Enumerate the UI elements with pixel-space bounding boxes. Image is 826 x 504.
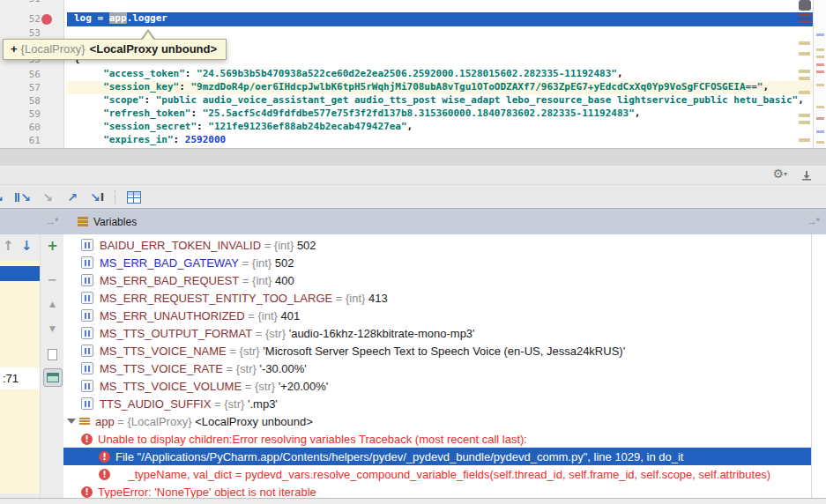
code-line[interactable]: "session_key": "9mzdDoR4p/oer6IHdcpJwlbK…: [67, 81, 813, 94]
error-row[interactable]: ! _typeName, val_dict = pydevd_vars.reso…: [63, 465, 811, 483]
jump-to-source-icon[interactable]: →*: [46, 216, 57, 226]
line-number: 58: [0, 94, 41, 107]
variable-row[interactable]: BAIDU_ERR_TOKEN_INVALID = {int} 502: [63, 236, 811, 254]
variable-value: 502: [275, 256, 294, 270]
variable-value: <LocalProxy unbound>: [195, 415, 313, 428]
step-out-icon[interactable]: ↗: [64, 189, 80, 205]
variable-row[interactable]: TTS_AUDIO_SUFFIX = {str} '.mp3': [63, 395, 811, 412]
tooltip-arrow: [143, 32, 153, 40]
stripe-mark: [816, 84, 824, 86]
stripe-mark: [816, 70, 824, 73]
debug-panel-header: ⚙▾: [0, 166, 826, 184]
breakpoint-icon[interactable]: [41, 14, 52, 25]
variable-row[interactable]: MS_ERR_REQUEST_ENTITY_TOO_LARGE = {int} …: [63, 289, 811, 307]
code-editor[interactable]: 5152535455565758596061 log = app.logger{…: [0, 0, 826, 148]
frame-up-icon[interactable]: ↑: [3, 238, 14, 254]
code-line[interactable]: [67, 0, 813, 5]
variable-row[interactable]: MS_ERR_BAD_GATEWAY = {int} 502: [63, 254, 811, 271]
field-icon: [81, 309, 93, 322]
error-text: File "/Applications/PyCharm.app/Contents…: [115, 450, 683, 463]
error-icon: !: [81, 434, 93, 445]
field-icon: [81, 239, 93, 251]
variable-type: = {str}: [211, 397, 248, 411]
error-text: Unable to display children:Error resolvi…: [98, 433, 527, 446]
move-up-icon: ▲: [41, 300, 64, 308]
variable-row[interactable]: MS_TTS_VOICE_RATE = {str} '-30.00%': [63, 359, 811, 377]
code-line[interactable]: [67, 26, 813, 40]
variable-row[interactable]: MS_ERR_UNAUTHORIZED = {int} 401: [63, 307, 811, 324]
variable-row[interactable]: MS_TTS_VOICE_NAME = {str} 'Microsoft Ser…: [63, 342, 811, 359]
step-into-my-code-icon[interactable]: ↘: [15, 189, 31, 205]
project-frame-row[interactable]: :71: [0, 367, 40, 389]
stripe-mark: [816, 106, 824, 108]
error-text: TypeError: 'NoneType' object is not iter…: [98, 485, 316, 499]
error-stripe[interactable]: [813, 0, 826, 148]
chevron-down-icon[interactable]: [67, 419, 76, 424]
tab-variables[interactable]: Variables: [93, 216, 137, 228]
line-number: 56: [0, 68, 41, 81]
variable-value: 400: [275, 274, 294, 287]
force-step-into-icon: ↘: [40, 189, 56, 205]
gear-icon[interactable]: ⚙▾: [772, 167, 787, 181]
step-over-icon[interactable]: ↘: [0, 189, 6, 205]
code-line[interactable]: "scope": "public audio_voice_assistant_g…: [67, 94, 813, 107]
line-number: 57: [0, 81, 41, 94]
value-tooltip: +{LocalProxy}<LocalProxy unbound>: [3, 39, 227, 60]
variable-value: 401: [281, 309, 301, 322]
evaluate-expression-icon[interactable]: [126, 189, 142, 205]
variable-row[interactable]: MS_ERR_BAD_REQUEST = {int} 400: [63, 271, 811, 289]
show-watches-toggle-icon[interactable]: [43, 368, 63, 387]
code-line[interactable]: "session_secret": "121fe91236ef88ab24b2e…: [67, 121, 813, 134]
error-row-selected[interactable]: !File "/Applications/PyCharm.app/Content…: [63, 448, 811, 465]
variable-row[interactable]: MS_TTS_OUTPUT_FORMAT = {str} 'audio-16kh…: [63, 324, 811, 342]
add-watch-icon[interactable]: +: [41, 238, 64, 254]
error-icon: !: [99, 469, 110, 480]
line-number: 59: [0, 107, 41, 121]
jump-to-source-icon[interactable]: →*: [807, 216, 819, 226]
code-line[interactable]: "expires_in": 2592000: [67, 134, 813, 147]
tooltip-expand-plus[interactable]: +: [11, 42, 18, 56]
variables-tree[interactable]: BAIDU_ERR_TOKEN_INVALID = {int} 502MS_ER…: [63, 234, 811, 498]
variable-type: = {str}: [227, 345, 264, 358]
variable-row[interactable]: MS_TTS_VOICE_VOLUME = {str} '+20.00%': [63, 377, 811, 395]
splitter[interactable]: [0, 148, 826, 167]
field-icon: [81, 345, 93, 357]
object-icon: [79, 417, 90, 426]
stepping-toolbar: ↘ ↘ ↘ ↗ ↘I: [0, 184, 826, 209]
editor-gutter[interactable]: 5152535455565758596061: [0, 0, 64, 148]
field-icon: [81, 292, 93, 304]
line-number: 52: [0, 12, 41, 26]
variable-name: MS_TTS_VOICE_VOLUME: [100, 380, 242, 393]
variable-name: MS_ERR_UNAUTHORIZED: [100, 309, 245, 322]
stripe-mark: [816, 130, 824, 133]
error-row[interactable]: !TypeError: 'NoneType' object is not ite…: [63, 483, 811, 498]
toolbar-separator: [115, 190, 116, 204]
variable-value: 'Microsoft Server Speech Text to Speech …: [263, 345, 625, 358]
duplicate-icon[interactable]: [48, 349, 57, 360]
variable-value: 502: [297, 239, 316, 252]
variable-row[interactable]: app = {LocalProxy} <LocalProxy unbound>: [63, 412, 811, 430]
variables-scrollbar[interactable]: [811, 234, 826, 498]
frames-panel[interactable]: ↑ ↓ :71: [0, 234, 40, 498]
run-to-cursor-icon[interactable]: ↘I: [89, 189, 105, 205]
code-line[interactable]: log = app.logger: [67, 12, 813, 26]
field-icon: [81, 327, 93, 339]
selected-frame-row[interactable]: [0, 266, 40, 281]
field-icon: [81, 380, 93, 392]
variable-value: '-30.00%': [259, 362, 306, 375]
variable-type: = {str}: [242, 380, 279, 393]
move-down-icon: ▼: [41, 324, 64, 333]
dock-pin-icon[interactable]: [801, 168, 812, 184]
code-line[interactable]: "access_token": "24.569b3b5b470938a522ce…: [67, 68, 813, 81]
frame-down-icon[interactable]: ↓: [21, 238, 33, 254]
field-icon: [81, 274, 93, 286]
error-row[interactable]: !Unable to display children:Error resolv…: [63, 430, 811, 448]
tooltip-type: {LocalProxy}: [21, 42, 86, 56]
stripe-mark: [816, 48, 824, 51]
code-line[interactable]: "refresh_token": "25.5acf5c4d9fdfdbe577e…: [67, 107, 813, 121]
error-text: _typeName, val_dict = pydevd_vars.resolv…: [115, 468, 770, 481]
variable-type: = {int}: [332, 292, 368, 305]
stripe-mark: [816, 141, 824, 144]
variable-name: MS_TTS_VOICE_NAME: [100, 345, 227, 358]
line-number: 53: [0, 26, 41, 40]
